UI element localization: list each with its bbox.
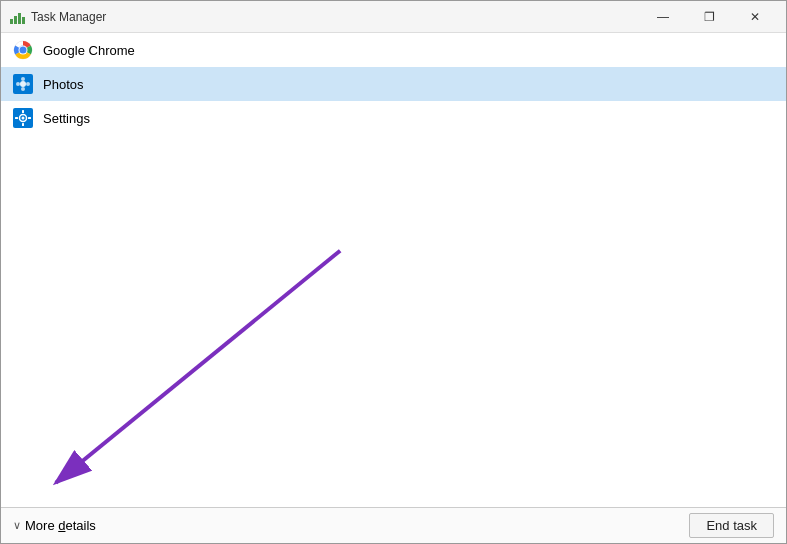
settings-label: Settings [43, 111, 90, 126]
more-details-label: More details [25, 518, 96, 533]
content-area: Google Chrome Photos [1, 33, 786, 507]
svg-point-9 [26, 82, 30, 86]
svg-point-6 [21, 77, 25, 81]
chrome-app-icon [13, 40, 33, 60]
title-bar-left: Task Manager [9, 9, 106, 25]
settings-icon [13, 108, 33, 128]
chrome-label: Google Chrome [43, 43, 135, 58]
svg-point-7 [21, 87, 25, 91]
title-controls: — ❐ ✕ [640, 1, 778, 33]
task-manager-window: Task Manager — ❐ ✕ [0, 0, 787, 544]
svg-point-3 [20, 47, 27, 54]
end-task-button[interactable]: End task [689, 513, 774, 538]
photos-app-icon [13, 74, 33, 94]
chevron-down-icon: ∨ [13, 519, 21, 532]
svg-rect-16 [28, 117, 31, 119]
photos-icon [13, 74, 33, 94]
title-bar: Task Manager — ❐ ✕ [1, 1, 786, 33]
bottom-bar: ∨ More details End task [1, 507, 786, 543]
settings-app-icon [13, 108, 33, 128]
task-list: Google Chrome Photos [1, 33, 786, 135]
taskmanager-icon [9, 9, 25, 25]
chrome-icon [13, 40, 33, 60]
svg-point-12 [22, 117, 25, 120]
task-item-photos[interactable]: Photos [1, 67, 786, 101]
window-title: Task Manager [31, 10, 106, 24]
svg-rect-13 [22, 110, 24, 113]
svg-point-5 [20, 81, 26, 87]
more-details-button[interactable]: ∨ More details [13, 518, 96, 533]
minimize-button[interactable]: — [640, 1, 686, 33]
svg-point-8 [16, 82, 20, 86]
task-item-settings[interactable]: Settings [1, 101, 786, 135]
svg-line-18 [56, 251, 340, 483]
task-item-chrome[interactable]: Google Chrome [1, 33, 786, 67]
maximize-button[interactable]: ❐ [686, 1, 732, 33]
photos-label: Photos [43, 77, 83, 92]
svg-rect-15 [15, 117, 18, 119]
close-button[interactable]: ✕ [732, 1, 778, 33]
svg-rect-14 [22, 123, 24, 126]
